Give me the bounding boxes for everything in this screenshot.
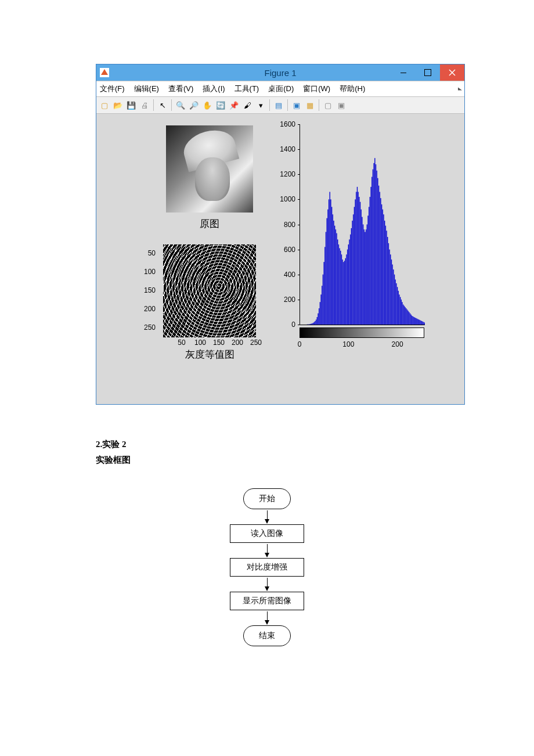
section-heading: 2.实验 2 xyxy=(96,437,438,452)
svg-rect-98 xyxy=(394,275,395,325)
menu-insert[interactable]: 插入(I) xyxy=(203,84,225,94)
svg-rect-103 xyxy=(399,294,399,325)
svg-rect-56 xyxy=(353,214,353,325)
close-button[interactable] xyxy=(440,64,464,81)
subplot-contour-image: 50 100 150 200 250 50 100 150 200 2 xyxy=(131,244,273,358)
svg-rect-86 xyxy=(383,210,383,325)
svg-rect-67 xyxy=(364,229,365,325)
svg-rect-52 xyxy=(349,239,349,325)
menu-bar: 文件(F) 编辑(E) 查看(V) 插入(I) 工具(T) 桌面(D) 窗口(W… xyxy=(96,81,464,97)
svg-rect-121 xyxy=(417,319,417,325)
svg-rect-71 xyxy=(367,215,368,325)
insert-box-icon[interactable]: ▦ xyxy=(304,99,316,111)
svg-rect-79 xyxy=(376,164,376,325)
minimize-button[interactable] xyxy=(391,64,416,81)
svg-rect-100 xyxy=(396,283,396,325)
brush-icon[interactable]: 🖌 xyxy=(241,99,253,111)
svg-rect-85 xyxy=(381,204,382,325)
flow-start: 开始 xyxy=(243,488,291,509)
svg-rect-12 xyxy=(310,324,311,325)
svg-rect-29 xyxy=(327,218,327,325)
svg-rect-84 xyxy=(380,198,381,325)
svg-rect-30 xyxy=(327,210,328,325)
grayscale-colorbar xyxy=(300,327,424,338)
sp3-xticks: 50 100 150 200 250 xyxy=(163,339,256,347)
svg-rect-45 xyxy=(342,260,343,325)
flowchart: 开始 读入图像 对比度增强 显示所需图像 结束 xyxy=(96,488,438,646)
svg-rect-77 xyxy=(373,163,374,325)
svg-rect-21 xyxy=(319,308,319,325)
flow-end: 结束 xyxy=(243,625,291,646)
svg-rect-78 xyxy=(374,158,375,325)
rotate3d-icon[interactable]: 🔄 xyxy=(215,99,226,111)
svg-rect-122 xyxy=(417,319,418,325)
colorbar-icon[interactable]: ▤ xyxy=(273,99,284,111)
maximize-button[interactable] xyxy=(416,64,440,81)
svg-rect-57 xyxy=(354,207,355,325)
svg-rect-61 xyxy=(358,192,358,325)
svg-rect-81 xyxy=(377,178,378,325)
svg-rect-47 xyxy=(344,261,345,325)
svg-rect-48 xyxy=(345,258,346,325)
svg-rect-66 xyxy=(363,225,363,325)
pan-icon[interactable]: ✋ xyxy=(201,99,213,111)
edit-plot-icon[interactable]: ↖ xyxy=(157,99,168,111)
svg-rect-17 xyxy=(315,321,315,325)
svg-rect-38 xyxy=(335,229,336,325)
svg-rect-125 xyxy=(420,321,421,325)
menu-tools[interactable]: 工具(T) xyxy=(234,84,259,94)
open-icon[interactable]: 📂 xyxy=(112,99,124,111)
flow-arrow-icon xyxy=(267,611,268,624)
svg-rect-115 xyxy=(411,315,412,325)
print-icon[interactable]: 🖨 xyxy=(139,99,150,111)
svg-rect-126 xyxy=(421,321,422,325)
subplot-original-image: 原图 xyxy=(163,125,256,231)
svg-rect-36 xyxy=(333,221,334,325)
svg-rect-97 xyxy=(393,269,394,325)
menu-window[interactable]: 窗口(W) xyxy=(303,84,330,94)
svg-rect-13 xyxy=(311,323,312,325)
svg-rect-94 xyxy=(390,254,391,325)
svg-rect-14 xyxy=(312,323,312,325)
menu-view[interactable]: 查看(V) xyxy=(168,84,193,94)
svg-rect-83 xyxy=(380,192,380,325)
svg-rect-51 xyxy=(348,244,349,325)
hide-tools-icon[interactable]: ▢ xyxy=(322,99,334,111)
svg-rect-129 xyxy=(424,323,425,325)
save-icon[interactable]: 💾 xyxy=(125,99,137,111)
link-icon[interactable]: ▾ xyxy=(255,99,266,111)
svg-rect-101 xyxy=(397,287,398,325)
legend-icon[interactable]: ▣ xyxy=(291,99,302,111)
svg-rect-35 xyxy=(333,214,333,325)
svg-rect-114 xyxy=(410,314,410,325)
zoom-in-icon[interactable]: 🔍 xyxy=(175,99,186,111)
menu-edit[interactable]: 编辑(E) xyxy=(134,84,159,94)
menu-desktop[interactable]: 桌面(D) xyxy=(268,84,294,94)
svg-rect-72 xyxy=(369,207,369,325)
new-figure-icon[interactable]: ▢ xyxy=(99,99,110,111)
svg-rect-19 xyxy=(317,317,317,325)
svg-rect-123 xyxy=(418,319,419,325)
menu-help[interactable]: 帮助(H) xyxy=(340,84,365,94)
matlab-figure-window: Figure 1 文件(F) 编辑(E) 查看(V) 插入(I) 工具(T) 桌… xyxy=(96,64,465,405)
datacursor-icon[interactable]: 📌 xyxy=(228,99,240,111)
subplot1-caption: 原图 xyxy=(163,217,256,231)
svg-rect-70 xyxy=(367,225,367,325)
original-image xyxy=(166,125,253,213)
hist-yticks: 02004006008001000120014001600 xyxy=(273,124,298,325)
svg-rect-69 xyxy=(366,229,366,325)
svg-rect-106 xyxy=(402,302,402,325)
svg-rect-40 xyxy=(337,239,338,325)
svg-rect-33 xyxy=(330,199,331,325)
zoom-out-icon[interactable]: 🔎 xyxy=(188,99,200,111)
window-titlebar[interactable]: Figure 1 xyxy=(96,64,464,81)
flow-arrow-icon xyxy=(267,578,268,591)
svg-rect-92 xyxy=(388,243,389,325)
flow-arrow-icon xyxy=(267,544,268,557)
show-tools-icon[interactable]: ▣ xyxy=(335,99,347,111)
svg-rect-120 xyxy=(416,318,416,325)
subplot3-caption: 灰度等值图 xyxy=(163,348,256,361)
svg-rect-95 xyxy=(391,260,392,325)
svg-rect-76 xyxy=(373,170,373,325)
menu-file[interactable]: 文件(F) xyxy=(100,84,125,94)
